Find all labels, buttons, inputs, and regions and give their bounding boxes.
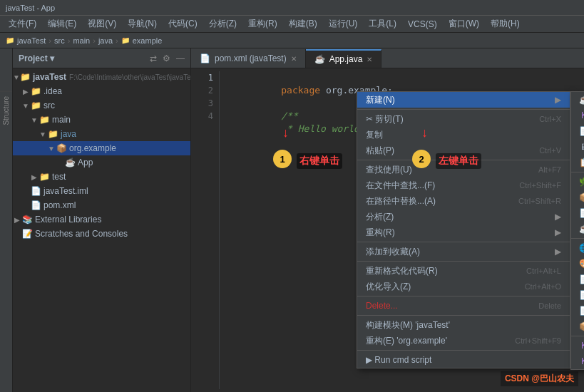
tree-idea[interactable]: ▶ 📁 .idea (13, 84, 190, 98)
submenu-arrow-icon: ▶ (555, 227, 561, 237)
css-icon: 🎨 (578, 259, 584, 269)
cm-optimize-imports[interactable]: 优化导入(Z) Ctrl+Alt+O (357, 279, 570, 294)
menu-vcs[interactable]: VCS(S) (402, 18, 443, 31)
sm-scratch[interactable]: 🌿 草稿文件 Ctrl+Alt+Shift+Insert (571, 174, 584, 190)
sm-cfml[interactable]: 📄 CFML/CFC 文件 (571, 272, 584, 287)
sm-js[interactable]: 📄 JavaScript 文件 (571, 287, 584, 303)
tab-app[interactable]: ☕ App.java ✕ (306, 49, 382, 68)
sm-css[interactable]: 🎨 样式表 (571, 256, 584, 272)
annotation-label-1: 右键单击 (297, 153, 342, 169)
cm-label: 在路径中替换...(A) (366, 195, 436, 207)
cm-label: 查找使用(U) (366, 164, 412, 176)
cm-replace-in-path[interactable]: 在路径中替换...(A) Ctrl+Shift+R (357, 193, 570, 209)
close-tab-icon[interactable]: ✕ (367, 56, 372, 63)
arrow-icon: ▼ (13, 73, 20, 81)
cm-shortcut: Ctrl+Shift+F (519, 181, 561, 190)
tree-test[interactable]: ▶ 📁 test (13, 170, 190, 184)
title-bar: javaTest - App (0, 0, 584, 16)
menu-edit[interactable]: 编辑(E) (42, 16, 82, 31)
tab-pom[interactable]: 📄 pom.xml (javaTest) ✕ (191, 49, 306, 68)
sm-file[interactable]: 📄 文件 (571, 123, 584, 139)
menu-run[interactable]: 运行(U) (323, 16, 364, 31)
breadcrumb-item[interactable]: javaTest (17, 36, 46, 45)
menu-tools[interactable]: 工具(L) (363, 16, 402, 31)
sync-icon[interactable]: ⇄ (150, 53, 157, 63)
folder-icon: 📁 (20, 72, 31, 82)
cm-shortcut: Ctrl+X (539, 115, 561, 123)
menu-nav[interactable]: 导航(N) (122, 16, 163, 31)
tree-root[interactable]: ▼ 📁 javaTest F:\Code\Intimate\other\java… (13, 70, 190, 84)
tree-label: src (43, 100, 55, 110)
tree-label: External Libraries (35, 215, 101, 225)
cm-cut[interactable]: ✂ 剪切(T) Ctrl+X (357, 111, 570, 127)
tree-label: main (52, 115, 71, 125)
cm-reformat[interactable]: 重新格式化代码(R) Ctrl+Alt+L (357, 263, 570, 279)
tree-app[interactable]: ☕ App (13, 155, 190, 170)
cm-shortcut: Ctrl+Shift+R (518, 197, 561, 205)
tree-scratches[interactable]: 📝 Scratches and Consoles (13, 227, 190, 241)
cm-label: Delete... (366, 301, 398, 311)
cm-label: 重新格式化代码(R) (366, 265, 438, 277)
fxml-icon: 📄 (578, 208, 584, 218)
sm-ts[interactable]: 📄 TypeScript 文件 (571, 303, 584, 319)
tree-label: javaTest (33, 72, 66, 82)
menu-help[interactable]: 帮助(H) (485, 16, 526, 31)
line-numbers: 1 2 3 4 (191, 71, 220, 389)
tree-label: Scratches and Consoles (35, 229, 128, 239)
cm-build-module[interactable]: 构建模块(M) 'javaTest' (357, 317, 570, 333)
cm-bookmark[interactable]: 添加到收藏(A) ▶ (357, 244, 570, 259)
close-tab-icon[interactable]: ✕ (291, 55, 297, 63)
menu-window[interactable]: 窗口(W) (443, 16, 485, 31)
bash-icon: 🖥 (578, 142, 584, 152)
file-icon: 📄 (30, 186, 41, 196)
cm-rebuild[interactable]: 重构(E) 'org.example' Ctrl+Shift+F9 (357, 333, 570, 349)
sm-kotlin-work[interactable]: K Kotlin 工作 (571, 354, 584, 369)
cm-new[interactable]: 新建(N) ▶ (357, 92, 570, 108)
tree-pom[interactable]: 📄 pom.xml (13, 198, 190, 212)
breadcrumb-item[interactable]: example (133, 36, 163, 45)
sm-fxml[interactable]: 📄 FXML 文件 (571, 205, 584, 221)
menu-code[interactable]: 代码(C) (163, 16, 203, 31)
tree-ext-libs[interactable]: ▶ 📚 External Libraries (13, 212, 190, 227)
sm-html[interactable]: 🌐 HTML文件 (571, 240, 584, 256)
menu-view[interactable]: 视图(V) (82, 16, 122, 31)
cm-delete[interactable]: Delete... Delete (357, 298, 570, 314)
tree-java[interactable]: ▼ 📁 java (13, 127, 190, 141)
sm-package-info[interactable]: ☕ package-info.java (571, 221, 584, 237)
folder-icon: 📁 (30, 86, 41, 96)
sm-java-class[interactable]: ☕ Java 类 (571, 92, 584, 108)
tree-label: pom.xml (43, 200, 76, 210)
tree-iml[interactable]: 📄 javaTest.iml (13, 184, 190, 198)
minimize-icon[interactable]: — (176, 53, 185, 63)
structure-tab[interactable]: Structure (0, 91, 12, 130)
breadcrumb-item[interactable]: main (73, 36, 90, 45)
tree-src[interactable]: ▼ 📁 src (13, 98, 190, 113)
cm-run-cmd[interactable]: ▶ Run cmd script (357, 352, 570, 368)
sm-bash[interactable]: 🖥 Create bash file (571, 139, 584, 155)
menu-build[interactable]: 构建(B) (283, 16, 323, 31)
cm-label: 分析(Z) (366, 211, 394, 223)
sm-package[interactable]: 📦 Package (571, 190, 584, 205)
file-icon: 📄 (578, 126, 584, 136)
pkg-json-icon: 📦 (578, 321, 584, 331)
cm-analyze[interactable]: 分析(Z) ▶ (357, 209, 570, 225)
breadcrumb-item[interactable]: src (54, 36, 65, 45)
tree-org-example[interactable]: ▼ 📦 org.example (13, 141, 190, 155)
settings-icon[interactable]: ⚙ (163, 53, 170, 63)
sm-kotlin-class[interactable]: K Kotlin 文件/类 (571, 108, 584, 123)
breadcrumb-item[interactable]: java (98, 36, 113, 45)
cm-refactor[interactable]: 重构(R) ▶ (357, 225, 570, 240)
sm-pkg-json[interactable]: 📦 package.json File (571, 319, 584, 334)
tree-label: javaTest.iml (43, 186, 88, 196)
menu-file[interactable]: 文件(F) (3, 16, 42, 31)
cm-copy[interactable]: 复制 (357, 127, 570, 143)
line-num: 1 (191, 71, 213, 84)
folder-icon: 📁 (30, 100, 41, 110)
tree-main[interactable]: ▼ 📁 main (13, 113, 190, 127)
sm-cmd[interactable]: 📋 Cmd script (571, 155, 584, 170)
menu-analyze[interactable]: 分析(Z) (203, 16, 242, 31)
menu-refactor[interactable]: 重构(R) (242, 16, 283, 31)
cm-find-in-files[interactable]: 在文件中查找...(F) Ctrl+Shift+F (357, 177, 570, 193)
cm-label: ▶ Run cmd script (366, 355, 431, 365)
sm-kotlin-script[interactable]: K Kotlin 脚本 (571, 338, 584, 354)
